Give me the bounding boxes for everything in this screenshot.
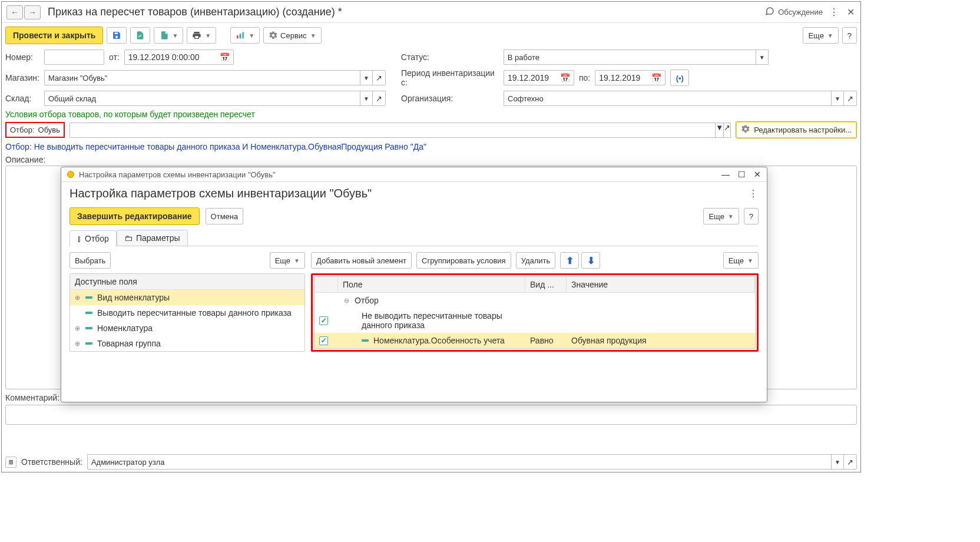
warehouse-label: Склад: <box>5 94 39 103</box>
save-button[interactable] <box>107 27 127 44</box>
tab-filter[interactable]: ⫿Отбор <box>69 230 117 246</box>
period-from-input[interactable]: 19.12.2019📅 <box>504 70 574 85</box>
right-more-button[interactable]: Еще▼ <box>723 252 759 269</box>
modal-header: Настройка параметров схемы инвентаризаци… <box>69 187 372 200</box>
kebab-icon[interactable]: ⋮ <box>829 7 839 18</box>
svg-rect-0 <box>237 35 239 38</box>
warehouse-select[interactable]: Общий склад <box>44 91 360 106</box>
expand-icon[interactable]: ⊕ <box>74 294 81 302</box>
available-field-row[interactable]: ⊕Вид номенклатуры <box>70 290 304 305</box>
create-based-on-button[interactable]: ▼ <box>154 27 183 44</box>
group-conditions-button[interactable]: Сгруппировать условия <box>416 252 511 269</box>
filter-icon: ⫿ <box>77 234 81 243</box>
comment-input[interactable] <box>5 405 857 425</box>
caret-icon: ▼ <box>728 213 734 220</box>
tab-params[interactable]: 🗀Параметры <box>117 230 188 246</box>
chart-icon <box>236 31 245 40</box>
minimize-icon[interactable]: — <box>721 170 730 179</box>
filter-dropdown[interactable]: ▼ <box>715 123 724 138</box>
condition-row[interactable]: ✓Номенклатура.Особенность учетаРавноОбув… <box>314 333 755 348</box>
responsible-open[interactable]: ↗ <box>844 454 857 470</box>
left-more-button[interactable]: Еще▼ <box>270 252 305 269</box>
chat-icon <box>765 6 774 18</box>
close-icon[interactable]: ✕ <box>845 7 856 18</box>
expand-icon[interactable]: ⊕ <box>74 325 81 332</box>
dash-icon <box>85 342 92 345</box>
more-button[interactable]: Еще▼ <box>803 27 838 44</box>
save-icon <box>112 31 121 40</box>
available-field-row[interactable]: ⊕Товарная группа <box>70 336 304 351</box>
select-button[interactable]: Выбрать <box>69 252 111 269</box>
store-dropdown[interactable]: ▼ <box>360 70 373 85</box>
number-label: Номер: <box>5 52 39 62</box>
period-to-label: по: <box>579 73 590 82</box>
cancel-button[interactable]: Отмена <box>206 208 244 224</box>
modal-more-button[interactable]: Еще▼ <box>703 208 739 224</box>
conditions-highlight: Поле Вид ... Значение ⊖Отбор ✓Не выводит… <box>311 273 759 352</box>
discussion-button[interactable]: Обсуждение <box>765 6 823 18</box>
close-icon[interactable]: ✕ <box>754 170 761 179</box>
app-icon <box>67 171 74 178</box>
move-up-button[interactable]: ⬆ <box>560 252 579 269</box>
nav-forward[interactable]: → <box>24 5 41 19</box>
svg-rect-1 <box>240 34 241 38</box>
description-label: Описание: <box>5 155 857 164</box>
responsible-label: Ответственный: <box>21 457 82 467</box>
filter-input[interactable] <box>69 123 715 138</box>
warehouse-dropdown[interactable]: ▼ <box>360 91 373 106</box>
collapse-icon[interactable]: ⊖ <box>343 297 350 305</box>
org-dropdown[interactable]: ▼ <box>831 91 844 106</box>
warehouse-open[interactable]: ↗ <box>373 91 386 106</box>
calendar-icon[interactable]: 📅 <box>220 52 230 62</box>
available-field-row[interactable]: ⊕Номенклатура <box>70 320 304 336</box>
period-to-input[interactable]: 19.12.2019📅 <box>595 70 666 85</box>
reports-button[interactable]: ▼ <box>230 27 260 44</box>
delete-button[interactable]: Удалить <box>516 252 556 269</box>
finish-edit-button[interactable]: Завершить редактирование <box>69 207 200 225</box>
printer-icon <box>192 31 201 40</box>
add-element-button[interactable]: Добавить новый элемент <box>311 252 412 269</box>
expand-icon[interactable]: ⊕ <box>74 340 81 348</box>
maximize-icon[interactable]: ☐ <box>738 170 746 179</box>
period-label: Период инвентаризации с: <box>401 68 499 87</box>
post-and-close-button[interactable]: Провести и закрыть <box>5 27 103 44</box>
status-label: Статус: <box>401 52 499 62</box>
edit-settings-button[interactable]: Редактировать настройки... <box>736 121 857 138</box>
calendar-icon[interactable]: 📅 <box>560 73 570 82</box>
modal-help-button[interactable]: ? <box>744 208 759 224</box>
store-select[interactable]: Магазин "Обувь" <box>44 70 360 85</box>
arrow-up-icon: ⬆ <box>566 255 574 266</box>
number-input[interactable] <box>44 49 104 65</box>
condition-root[interactable]: ⊖Отбор <box>314 293 755 308</box>
caret-icon: ▼ <box>205 32 211 39</box>
status-select[interactable]: В работе <box>504 49 756 65</box>
dash-icon <box>85 312 92 314</box>
filter-summary: Отбор: Не выводить пересчитанные товары … <box>5 142 857 151</box>
store-open[interactable]: ↗ <box>373 70 386 85</box>
status-dropdown[interactable]: ▼ <box>756 49 769 65</box>
period-pick-button[interactable]: (•) <box>670 70 689 86</box>
params-icon: 🗀 <box>124 233 133 243</box>
calendar-icon[interactable]: 📅 <box>651 73 661 82</box>
kebab-icon[interactable]: ⋮ <box>748 189 759 199</box>
help-button[interactable]: ? <box>842 27 857 44</box>
filter-label-highlighted: Отбор: Обувь <box>5 122 65 138</box>
responsible-dropdown[interactable]: ▼ <box>831 454 844 470</box>
condition-row[interactable]: ✓Не выводить пересчитанные товары данног… <box>314 308 755 333</box>
row-checkbox[interactable]: ✓ <box>319 336 328 345</box>
org-open[interactable]: ↗ <box>844 91 857 106</box>
service-button[interactable]: Сервис▼ <box>263 27 321 44</box>
print-button[interactable]: ▼ <box>187 27 216 44</box>
post-button[interactable] <box>130 27 150 44</box>
move-down-button[interactable]: ⬇ <box>581 252 600 269</box>
available-field-row[interactable]: Выводить пересчитанные товары данного пр… <box>70 305 304 320</box>
notes-icon[interactable]: ≣ <box>5 457 16 468</box>
date-input[interactable]: 19.12.2019 0:00:00📅 <box>124 49 234 65</box>
responsible-select[interactable]: Администратор узла <box>87 454 831 470</box>
org-select[interactable]: Софтехно <box>504 91 831 106</box>
dash-icon <box>85 327 92 329</box>
filter-open[interactable]: ↗ <box>724 123 731 138</box>
nav-back[interactable]: ← <box>6 5 23 19</box>
dash-icon <box>85 296 92 299</box>
row-checkbox[interactable]: ✓ <box>319 316 328 325</box>
